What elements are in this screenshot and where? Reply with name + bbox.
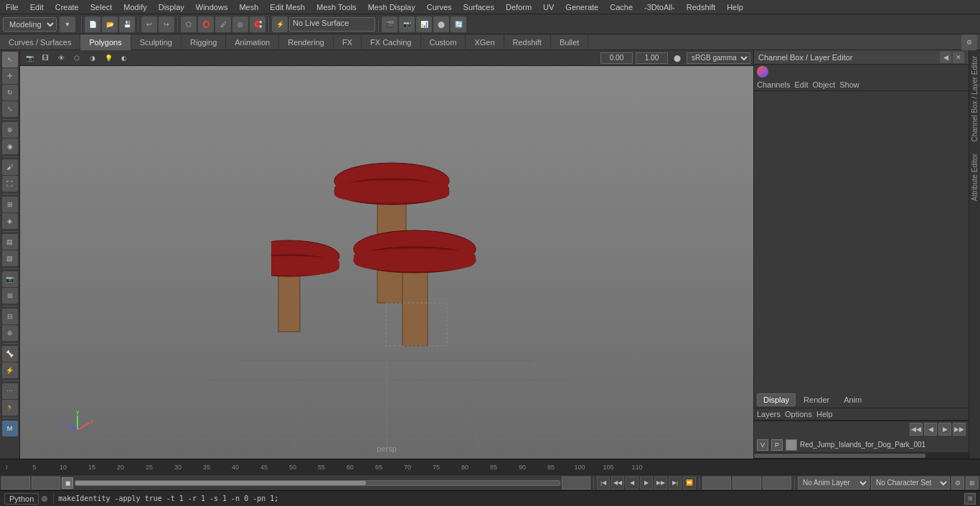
render-icon[interactable]: 🎬 [382, 17, 397, 32]
color-icon[interactable]: ⬤ [671, 52, 684, 65]
snap-to-icon[interactable]: 🧲 [250, 17, 265, 32]
color-profile-dropdown[interactable]: sRGB gamma [687, 52, 750, 64]
bc-extra-btn[interactable]: ⊞ [966, 477, 979, 489]
rotate-tool-icon[interactable]: ↻ [2, 85, 18, 100]
menu-modify[interactable]: Modify [118, 1, 152, 13]
menu-surfaces[interactable]: Surfaces [458, 1, 500, 13]
cb-edit-item[interactable]: Edit [794, 80, 808, 89]
open-file-icon[interactable]: 📂 [102, 17, 118, 32]
new-file-icon[interactable]: 📄 [85, 17, 100, 32]
menu-edit-mesh[interactable]: Edit Mesh [264, 1, 311, 13]
soft-select-tool-icon[interactable]: ◉ [2, 139, 18, 154]
menu-uv[interactable]: UV [537, 1, 560, 13]
vp-camera-icon[interactable]: 📷 [23, 52, 36, 65]
layer-nav-right[interactable]: ▶ [938, 423, 951, 436]
python-copy-icon[interactable]: ⊞ [964, 493, 976, 505]
cb-show-item[interactable]: Show [839, 80, 859, 89]
ik-icon[interactable]: ⚡ [2, 362, 18, 378]
tab-rendering[interactable]: Rendering [279, 34, 334, 50]
cb-object-item[interactable]: Object [812, 80, 835, 89]
channel-box-side-label[interactable]: Channel Box / Layer Editor [969, 50, 980, 148]
lo-options[interactable]: Options [785, 410, 812, 418]
camera-tool-icon[interactable]: 📷 [2, 271, 18, 287]
soft-select-icon[interactable]: ◎ [232, 17, 248, 32]
tab-polygons[interactable]: Polygons [80, 34, 131, 50]
bone-icon[interactable]: 🦴 [2, 346, 18, 362]
pb-loop[interactable]: ⏩ [683, 477, 696, 489]
tab-custom[interactable]: Custom [421, 34, 466, 50]
python-toggle[interactable]: Python [4, 493, 39, 505]
menu-generate[interactable]: Generate [560, 1, 604, 13]
mode-icon[interactable]: ▼ [60, 17, 75, 32]
pb-step-back[interactable]: ◀◀ [611, 477, 624, 489]
menu-select[interactable]: Select [85, 1, 118, 13]
menu-mesh-display[interactable]: Mesh Display [362, 1, 421, 13]
tab-settings-icon[interactable]: ⚙ [961, 34, 977, 50]
grid-tool-icon[interactable]: ⊞ [2, 288, 18, 304]
layer-nav-left2[interactable]: ◀◀ [910, 423, 923, 436]
show-manip-icon[interactable]: ⊞ [2, 197, 18, 212]
render2-icon[interactable]: 📷 [399, 17, 415, 32]
tab-sculpting[interactable]: Sculpting [131, 34, 182, 50]
render4-icon[interactable]: ⬤ [433, 17, 449, 32]
layer-hscrollbar[interactable] [754, 453, 969, 459]
tab-xgen[interactable]: XGen [466, 34, 504, 50]
attribute-editor-side-label[interactable]: Attribute Editor [969, 148, 980, 207]
timeline-range-bar[interactable] [75, 480, 560, 486]
lo-layers[interactable]: Layers [757, 410, 781, 418]
redo-icon[interactable]: ↪ [159, 17, 174, 32]
layer-color[interactable] [786, 439, 797, 451]
undo-icon[interactable]: ↩ [141, 17, 157, 32]
menu-display[interactable]: Display [153, 1, 190, 13]
save-file-icon[interactable]: 💾 [119, 17, 135, 32]
menu-mesh[interactable]: Mesh [233, 1, 264, 13]
lasso-icon[interactable]: ⭕ [198, 17, 214, 32]
camera-icon[interactable]: ⚡ [272, 17, 288, 32]
vp-shade-icon[interactable]: ◑ [86, 52, 99, 65]
vp-view-icon[interactable]: 👁 [55, 52, 67, 65]
move-tool-icon[interactable]: ✛ [2, 68, 18, 84]
lo-help[interactable]: Help [816, 410, 833, 418]
pb-play[interactable]: ▶ [640, 477, 653, 489]
vp-shadow-icon[interactable]: ◐ [118, 52, 131, 65]
range-end-display-input[interactable]: 120 [562, 477, 590, 489]
menu-help[interactable]: Help [721, 1, 749, 13]
scale-tool-icon[interactable]: ⤡ [2, 101, 18, 117]
pose-icon[interactable]: 🏃 [2, 400, 18, 416]
menu-mesh-tools[interactable]: Mesh Tools [311, 1, 362, 13]
tab-rigging[interactable]: Rigging [182, 34, 226, 50]
range-max-input[interactable]: 200 [763, 477, 791, 489]
vp-light-icon[interactable]: 💡 [102, 52, 115, 65]
menu-create[interactable]: Create [50, 1, 85, 13]
menu-curves[interactable]: Curves [421, 1, 458, 13]
tab-redshift[interactable]: Redshift [504, 34, 551, 50]
layer-nav-left[interactable]: ◀ [924, 423, 937, 436]
char-set-dropdown[interactable]: No Character Set [871, 477, 950, 489]
tab-fx-caching[interactable]: FX Caching [362, 34, 420, 50]
cb-channels-item[interactable]: Channels [757, 80, 790, 89]
vp-wireframe-icon[interactable]: ⬡ [70, 52, 83, 65]
vp-film-icon[interactable]: 🎞 [39, 52, 52, 65]
layer-row-1[interactable]: V P Red_Jump_Islands_for_Dog_Park_001 [754, 437, 969, 453]
sculpt-icon[interactable]: ◈ [2, 213, 18, 229]
mode-dropdown[interactable]: Modeling [3, 17, 57, 32]
menu-deform[interactable]: Deform [500, 1, 537, 13]
crease-icon[interactable]: ▤ [2, 234, 18, 250]
layer-playback[interactable]: P [771, 439, 783, 451]
snap-curve-icon[interactable]: ⊕ [2, 325, 18, 341]
paint-tool-icon[interactable]: 🖌 [2, 159, 18, 175]
3d-canvas[interactable]: x y z persp [20, 66, 753, 459]
timeline[interactable]: 0 5 10 15 20 25 30 35 40 45 50 55 60 65 … [0, 459, 980, 474]
menu-edit[interactable]: Edit [24, 1, 50, 13]
menu-windows[interactable]: Windows [190, 1, 234, 13]
range-start-indicator[interactable]: ◼ [62, 477, 73, 489]
universal-manip-icon[interactable]: ⊕ [2, 122, 18, 138]
render5-icon[interactable]: 🔄 [451, 17, 466, 32]
tab-animation[interactable]: Animation [226, 34, 279, 50]
cb-close-icon[interactable]: ✕ [953, 52, 964, 63]
ld-tab-anim[interactable]: Anim [837, 393, 868, 406]
anim-layer-dropdown[interactable]: No Anim Layer [798, 477, 870, 489]
pb-go-start[interactable]: |◀ [597, 477, 610, 489]
deform-icon[interactable]: ⋯ [2, 383, 18, 399]
bevel-icon[interactable]: ▧ [2, 250, 18, 266]
